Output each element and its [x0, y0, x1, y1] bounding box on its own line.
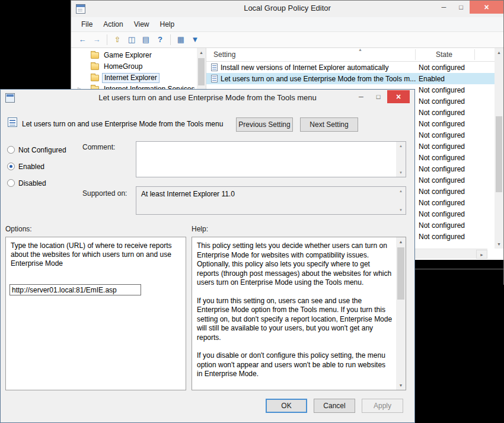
scroll-right-icon[interactable]: ►: [476, 250, 487, 259]
scroll-down-icon[interactable]: ▼: [396, 206, 406, 214]
help-label: Help:: [192, 225, 208, 233]
tree-item-internet-explorer[interactable]: Internet Explorer: [71, 72, 206, 84]
radio-not-configured-label[interactable]: Not Configured: [18, 146, 66, 154]
list-scrollbar-thumb[interactable]: [496, 116, 502, 192]
state-cell: Not configured: [419, 199, 465, 207]
options-panel: Type the location (URL) of where to rece…: [5, 237, 186, 390]
comment-label: Comment:: [82, 143, 115, 151]
toolbar: ← → ⇧ ◫ ▤ ? ▦ ▼: [71, 32, 503, 48]
filter-icon[interactable]: ▼: [189, 34, 202, 46]
radio-enabled-label[interactable]: Enabled: [18, 163, 44, 171]
state-cell: Not configured: [419, 233, 465, 241]
console-tree-icon[interactable]: ◫: [125, 34, 138, 46]
list-vertical-scrollbar[interactable]: ▲ ▼: [495, 48, 503, 249]
policy-item-icon: [211, 75, 218, 82]
scroll-up-icon[interactable]: ▲: [396, 187, 406, 195]
state-cell: Not configured: [419, 142, 465, 151]
minimize-icon: ─: [442, 4, 446, 11]
tree-item-label: Game Explorer: [102, 51, 154, 60]
state-cell: Not configured: [419, 120, 465, 128]
folder-icon: [91, 63, 99, 70]
help-paragraph: If you turn this setting on, users can s…: [197, 297, 393, 343]
scroll-up-icon[interactable]: ▲: [396, 142, 406, 150]
scroll-up-icon[interactable]: ▲: [495, 48, 503, 57]
menu-bar: File Action View Help: [71, 17, 503, 32]
settings-row-selected[interactable]: Let users turn on and use Enterprise Mod…: [206, 73, 495, 84]
gpe-titlebar[interactable]: Local Group Policy Editor ─ □ ×: [71, 1, 503, 17]
radio-enabled[interactable]: [7, 163, 15, 170]
window-grid-icon[interactable]: ▦: [174, 34, 187, 46]
minimize-button[interactable]: ─: [435, 1, 452, 14]
tree-item-game-explorer[interactable]: Game Explorer: [71, 50, 206, 61]
list-header: ▲ Setting State: [206, 48, 495, 62]
desktop: Local Group Policy Editor ─ □ × File Act…: [0, 0, 504, 423]
column-header-setting[interactable]: Setting: [213, 50, 235, 59]
comment-textarea[interactable]: ▲ ▼: [136, 141, 406, 177]
tree-item-homegroup[interactable]: HomeGroup: [71, 61, 206, 72]
scroll-up-icon[interactable]: ▲: [396, 237, 406, 246]
help-panel: This policy setting lets you decide whet…: [192, 237, 406, 390]
state-cell: Not configured: [419, 176, 465, 185]
toolbar-separator: [107, 34, 107, 45]
ok-button[interactable]: OK: [266, 399, 307, 413]
next-setting-button[interactable]: Next Setting: [300, 117, 358, 132]
state-cell: Not configured: [419, 86, 465, 94]
tree-item-label-selected: Internet Explorer: [102, 73, 160, 83]
folder-icon: [91, 75, 99, 81]
settings-row[interactable]: Install new versions of Internet Explore…: [206, 62, 495, 73]
maximize-icon: □: [377, 93, 381, 100]
sort-ascending-icon: ▲: [358, 47, 362, 52]
previous-setting-button[interactable]: Previous Setting: [236, 117, 293, 132]
close-icon: ×: [484, 2, 489, 12]
column-divider[interactable]: [415, 49, 416, 60]
minimize-icon: ─: [359, 93, 363, 100]
help-scrollbar-thumb[interactable]: [397, 247, 404, 300]
dialog-maximize-button[interactable]: □: [370, 90, 387, 103]
column-divider[interactable]: [474, 49, 475, 60]
close-icon: ×: [396, 92, 401, 101]
supported-on-textarea[interactable]: At least Internet Explorer 11.0 ▲ ▼: [136, 186, 406, 215]
scroll-up-icon[interactable]: ▲: [197, 48, 206, 57]
cancel-button[interactable]: Cancel: [314, 399, 355, 413]
toolbar-separator: [170, 34, 171, 45]
up-level-icon[interactable]: ⇧: [111, 34, 124, 46]
menu-action[interactable]: Action: [98, 17, 128, 31]
help-paragraph: This policy setting lets you decide whet…: [197, 241, 393, 288]
folder-icon: [91, 52, 99, 59]
column-header-state[interactable]: State: [436, 50, 452, 59]
dialog-close-button[interactable]: ×: [387, 90, 410, 103]
options-label: Options:: [5, 225, 32, 233]
state-cell: Not configured: [419, 154, 465, 162]
help-scrollbar[interactable]: ▲ ▼: [396, 237, 406, 390]
radio-disabled-label[interactable]: Disabled: [18, 179, 46, 187]
scroll-down-icon[interactable]: ▼: [495, 240, 503, 249]
radio-not-configured[interactable]: [7, 146, 15, 154]
state-cell: Not configured: [419, 97, 465, 106]
radio-disabled[interactable]: [7, 179, 15, 187]
menu-view[interactable]: View: [129, 17, 155, 31]
scroll-down-icon[interactable]: ▼: [396, 381, 406, 390]
state-cell: Not configured: [419, 63, 465, 72]
maximize-button[interactable]: □: [452, 1, 470, 14]
state-cell: Not configured: [419, 187, 465, 196]
help-icon[interactable]: ?: [154, 34, 167, 46]
scroll-down-icon[interactable]: ▼: [396, 168, 406, 177]
tree-scrollbar-thumb[interactable]: [198, 58, 205, 85]
export-list-icon[interactable]: ▤: [139, 34, 152, 46]
back-icon[interactable]: ←: [76, 34, 89, 46]
supported-scrollbar[interactable]: ▲ ▼: [396, 187, 406, 214]
dialog-minimize-button[interactable]: ─: [353, 90, 369, 103]
help-text: This policy setting lets you decide whet…: [197, 241, 393, 379]
report-url-input[interactable]: [9, 284, 141, 295]
state-cell: Enabled: [419, 75, 445, 83]
close-button[interactable]: ×: [470, 1, 503, 14]
forward-icon[interactable]: →: [90, 34, 103, 46]
menu-file[interactable]: File: [76, 17, 98, 31]
comment-scrollbar[interactable]: ▲ ▼: [396, 142, 406, 177]
menu-help[interactable]: Help: [155, 17, 180, 31]
apply-button[interactable]: Apply: [362, 399, 403, 413]
state-cell: Not configured: [419, 109, 465, 117]
dialog-titlebar[interactable]: Let users turn on and use Enterprise Mod…: [1, 90, 414, 107]
state-cell: Not configured: [419, 221, 465, 230]
setting-cell: Let users turn on and use Enterprise Mod…: [221, 75, 416, 83]
